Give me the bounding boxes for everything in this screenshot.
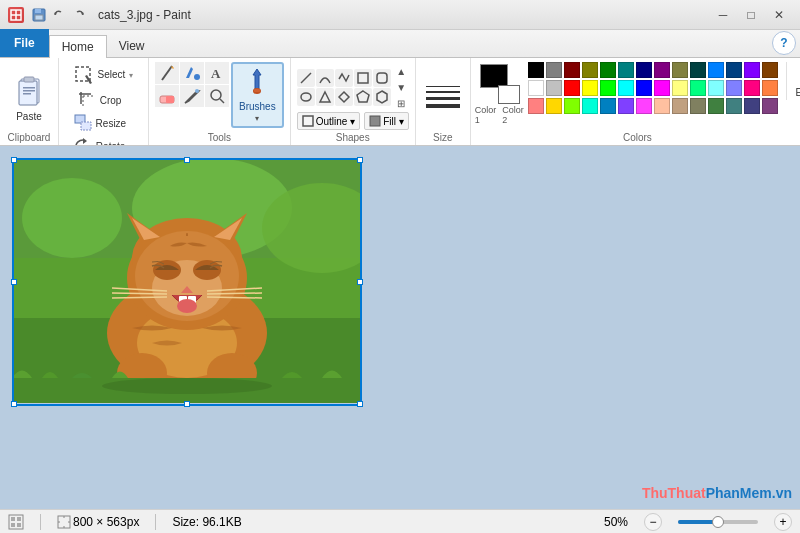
crop-btn[interactable]: Crop xyxy=(70,89,130,111)
magnifier-btn[interactable] xyxy=(205,85,229,107)
minimize-btn[interactable]: ─ xyxy=(710,5,736,25)
handle-bc[interactable] xyxy=(184,401,190,407)
swatch-cyan[interactable] xyxy=(618,80,634,96)
shape-triangle[interactable] xyxy=(316,88,334,106)
shapes-scroll-down[interactable]: ▼ xyxy=(394,80,408,94)
color-pick-btn[interactable] xyxy=(180,85,204,107)
canvas-toggle[interactable] xyxy=(8,514,24,530)
swatch-orchid[interactable] xyxy=(636,98,652,114)
swatch-orange[interactable] xyxy=(762,80,778,96)
swatch-silver[interactable] xyxy=(546,80,562,96)
swatch-medteal[interactable] xyxy=(726,98,742,114)
brushes-btn[interactable]: Brushes ▾ xyxy=(231,62,284,128)
swatch-mediumpurple[interactable] xyxy=(618,98,634,114)
shape-rect-rounded[interactable] xyxy=(373,69,391,87)
swatch-olivedrab[interactable] xyxy=(672,62,688,78)
swatch-lightblue[interactable] xyxy=(726,80,742,96)
swatch-lightcyan[interactable] xyxy=(708,80,724,96)
swatch-darkgreen[interactable] xyxy=(600,62,616,78)
shapes-scroll-up[interactable]: ▲ xyxy=(394,64,408,78)
shape-curve[interactable] xyxy=(316,69,334,87)
size-4px[interactable] xyxy=(426,104,460,108)
swatch-red[interactable] xyxy=(564,80,580,96)
size-3px[interactable] xyxy=(426,97,460,100)
swatch-chartreuse[interactable] xyxy=(564,98,580,114)
rotate-btn[interactable]: Rotate xyxy=(70,135,130,146)
swatch-black[interactable] xyxy=(528,62,544,78)
swatch-medblue[interactable] xyxy=(744,98,760,114)
swatch-darkteal[interactable] xyxy=(690,62,706,78)
swatch-lightsalmon[interactable] xyxy=(528,98,544,114)
handle-tl[interactable] xyxy=(11,157,17,163)
edit-colors-btn[interactable]: Edit colors xyxy=(791,62,800,100)
zoom-thumb[interactable] xyxy=(712,516,724,528)
swatch-springgreen[interactable] xyxy=(690,80,706,96)
swatch-hotpink[interactable] xyxy=(744,80,760,96)
handle-ml[interactable] xyxy=(11,279,17,285)
help-btn[interactable]: ? xyxy=(772,31,796,55)
pencil-btn[interactable] xyxy=(155,62,179,84)
swatch-gray[interactable] xyxy=(546,62,562,78)
swatch-steelblue[interactable] xyxy=(600,98,616,114)
maximize-btn[interactable]: □ xyxy=(738,5,764,25)
outline-btn[interactable]: Outline ▾ xyxy=(297,112,360,130)
size-2px[interactable] xyxy=(426,91,460,93)
swatch-purple[interactable] xyxy=(654,62,670,78)
eraser-btn[interactable] xyxy=(155,85,179,107)
size-1px[interactable] xyxy=(426,86,460,87)
handle-tr[interactable] xyxy=(357,157,363,163)
undo-quick-btn[interactable] xyxy=(50,6,68,24)
swatch-tan[interactable] xyxy=(672,98,688,114)
swatch-yellow[interactable] xyxy=(582,80,598,96)
close-btn[interactable]: ✕ xyxy=(766,5,792,25)
shape-freeform[interactable] xyxy=(335,69,353,87)
swatch-turquoise[interactable] xyxy=(582,98,598,114)
swatch-violet[interactable] xyxy=(744,62,760,78)
shape-ellipse[interactable] xyxy=(297,88,315,106)
redo-quick-btn[interactable] xyxy=(70,6,88,24)
canvas-workspace[interactable] xyxy=(0,146,800,509)
paste-btn[interactable]: Paste xyxy=(6,66,52,128)
text-btn[interactable]: A xyxy=(205,62,229,84)
swatch-olive[interactable] xyxy=(582,62,598,78)
handle-mr[interactable] xyxy=(357,279,363,285)
swatch-lightyellow[interactable] xyxy=(672,80,688,96)
zoom-slider[interactable] xyxy=(678,520,758,524)
swatch-medpurple[interactable] xyxy=(762,98,778,114)
swatch-magenta[interactable] xyxy=(654,80,670,96)
zoom-in-btn[interactable]: + xyxy=(774,513,792,531)
swatch-teal[interactable] xyxy=(618,62,634,78)
swatch-navy[interactable] xyxy=(636,62,652,78)
shape-hexagon[interactable] xyxy=(373,88,391,106)
swatch-peach[interactable] xyxy=(654,98,670,114)
fill-dropdown-btn[interactable]: Fill ▾ xyxy=(364,112,409,130)
resize-btn[interactable]: Resize xyxy=(70,112,131,134)
swatch-brown[interactable] xyxy=(762,62,778,78)
save-quick-btn[interactable] xyxy=(30,6,48,24)
fill-btn[interactable] xyxy=(180,62,204,84)
swatch-dodgerblue[interactable] xyxy=(708,62,724,78)
swatch-gold[interactable] xyxy=(546,98,562,114)
handle-tc[interactable] xyxy=(184,157,190,163)
shape-line[interactable] xyxy=(297,69,315,87)
tab-file[interactable]: File xyxy=(0,29,49,57)
swatch-white[interactable] xyxy=(528,80,544,96)
shapes-more[interactable]: ⊞ xyxy=(394,96,408,110)
swatch-khaki[interactable] xyxy=(690,98,706,114)
tab-view[interactable]: View xyxy=(107,35,157,57)
handle-br[interactable] xyxy=(357,401,363,407)
shape-diamond[interactable] xyxy=(335,88,353,106)
swatch-blue[interactable] xyxy=(636,80,652,96)
swatch-lime[interactable] xyxy=(600,80,616,96)
shape-pentagon[interactable] xyxy=(354,88,372,106)
swatch-darkblue[interactable] xyxy=(726,62,742,78)
swatch-medgreen[interactable] xyxy=(708,98,724,114)
swatch-darkred[interactable] xyxy=(564,62,580,78)
handle-bl[interactable] xyxy=(11,401,17,407)
color1-btn[interactable] xyxy=(478,62,520,104)
zoom-out-btn[interactable]: − xyxy=(644,513,662,531)
tab-home[interactable]: Home xyxy=(49,35,107,58)
select-btn[interactable]: Select ▾ xyxy=(70,62,138,88)
shape-rect[interactable] xyxy=(354,69,372,87)
image-container[interactable] xyxy=(12,158,362,406)
